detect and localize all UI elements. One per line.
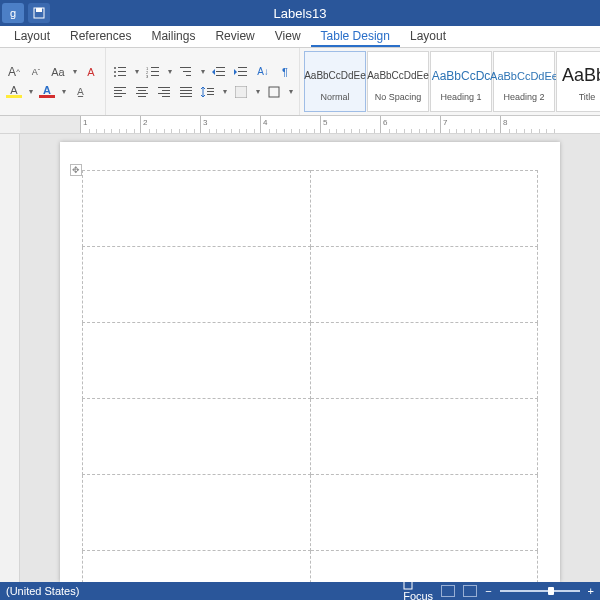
decrease-indent-icon[interactable] [211, 64, 227, 80]
bullets-icon[interactable] [112, 64, 128, 80]
horizontal-ruler[interactable]: 12345678 [0, 116, 600, 134]
svg-rect-39 [207, 88, 214, 89]
tab-table-design[interactable]: Table Design [311, 26, 400, 47]
document-title: Labels13 [274, 6, 327, 21]
title-bar: g Labels13 [0, 0, 600, 26]
align-center-icon[interactable] [134, 84, 150, 100]
svg-rect-41 [207, 94, 214, 95]
table-move-handle-icon[interactable]: ✥ [70, 164, 82, 176]
style-preview: AaBbCcDdEe [367, 62, 429, 90]
text-highlight-icon[interactable]: A [6, 85, 22, 98]
borders-icon[interactable] [266, 84, 282, 100]
document-canvas: ✥ [0, 134, 600, 582]
ruler-number: 4 [263, 118, 267, 127]
label-cell[interactable] [310, 399, 538, 475]
svg-rect-22 [238, 75, 247, 76]
align-left-icon[interactable] [112, 84, 128, 100]
line-spacing-icon[interactable] [200, 84, 216, 100]
ruler-number: 6 [383, 118, 387, 127]
shrink-font-icon[interactable]: Aˇ [28, 64, 44, 80]
label-cell[interactable] [310, 171, 538, 247]
sort-icon[interactable]: A↓ [255, 64, 271, 80]
svg-point-2 [114, 67, 116, 69]
tab-mailings[interactable]: Mailings [141, 26, 205, 47]
status-bar: (United States) Focus − + [0, 582, 600, 600]
align-right-icon[interactable] [156, 84, 172, 100]
label-cell[interactable] [310, 323, 538, 399]
paragraph-group: ▾ 123 ▾ ▾ A↓ ¶ ▾ ▾ ▾ [106, 48, 300, 115]
chevron-down-icon: ▾ [256, 87, 260, 96]
label-cell[interactable] [310, 551, 538, 583]
table-row [83, 551, 538, 583]
style-heading-1[interactable]: AaBbCcDcHeading 1 [430, 51, 492, 112]
chevron-down-icon: ▾ [62, 87, 66, 96]
table-row [83, 171, 538, 247]
tab-review[interactable]: Review [205, 26, 264, 47]
increase-indent-icon[interactable] [233, 64, 249, 80]
svg-rect-43 [269, 87, 279, 97]
ribbon-tabs: Layout References Mailings Review View T… [0, 26, 600, 48]
vertical-ruler[interactable] [0, 134, 20, 582]
tab-view[interactable]: View [265, 26, 311, 47]
pilcrow-icon[interactable]: ¶ [277, 64, 293, 80]
focus-mode-button[interactable]: Focus [403, 580, 433, 600]
label-table[interactable] [82, 170, 538, 582]
svg-rect-36 [180, 90, 192, 91]
svg-rect-21 [238, 71, 247, 72]
zoom-slider[interactable] [500, 590, 580, 592]
chevron-down-icon: ▾ [201, 67, 205, 76]
svg-text:3: 3 [146, 74, 149, 78]
numbering-icon[interactable]: 123 [145, 64, 161, 80]
svg-rect-20 [238, 67, 247, 68]
font-color-icon[interactable]: A [39, 85, 55, 98]
status-language[interactable]: (United States) [6, 585, 79, 597]
character-border-icon[interactable]: A̲ [72, 84, 88, 100]
web-layout-view-icon[interactable] [463, 585, 477, 597]
grow-font-icon[interactable]: A^ [6, 64, 22, 80]
chevron-down-icon: ▾ [135, 67, 139, 76]
label-cell[interactable] [83, 399, 311, 475]
svg-point-6 [114, 75, 116, 77]
style-label: Title [579, 92, 596, 102]
style-title[interactable]: AaBb(Title [556, 51, 600, 112]
ruler-number: 7 [443, 118, 447, 127]
ruler-number: 1 [83, 118, 87, 127]
clear-formatting-icon[interactable]: A [83, 64, 99, 80]
tab-table-layout[interactable]: Layout [400, 26, 456, 47]
style-preview: AaBbCcDdEe [304, 62, 366, 90]
chevron-down-icon: ▾ [29, 87, 33, 96]
page[interactable]: ✥ [60, 142, 560, 582]
save-button[interactable] [28, 3, 50, 23]
shading-icon[interactable] [233, 84, 249, 100]
zoom-in-button[interactable]: + [588, 585, 594, 597]
svg-rect-40 [207, 91, 214, 92]
label-cell[interactable] [310, 475, 538, 551]
svg-rect-1 [36, 8, 42, 12]
print-layout-view-icon[interactable] [441, 585, 455, 597]
multilevel-list-icon[interactable] [178, 64, 194, 80]
label-cell[interactable] [83, 551, 311, 583]
tab-layout[interactable]: Layout [4, 26, 60, 47]
label-cell[interactable] [83, 323, 311, 399]
zoom-out-button[interactable]: − [485, 585, 491, 597]
svg-rect-5 [118, 71, 126, 72]
label-cell[interactable] [83, 475, 311, 551]
tab-references[interactable]: References [60, 26, 141, 47]
autosave-toggle[interactable]: g [2, 3, 24, 23]
label-cell[interactable] [83, 171, 311, 247]
font-group: A^ Aˇ Aa▾ A A▾ A▾ A̲ [0, 48, 106, 115]
label-cell[interactable] [83, 247, 311, 323]
svg-rect-32 [162, 90, 170, 91]
style-no-spacing[interactable]: AaBbCcDdEeNo Spacing [367, 51, 429, 112]
style-normal[interactable]: AaBbCcDdEeNormal [304, 51, 366, 112]
style-label: No Spacing [375, 92, 422, 102]
change-case-icon[interactable]: Aa [50, 64, 66, 80]
style-heading-2[interactable]: AaBbCcDdEeHeading 2 [493, 51, 555, 112]
justify-icon[interactable] [178, 84, 194, 100]
svg-rect-11 [151, 71, 159, 72]
style-preview: AaBb( [562, 62, 600, 90]
svg-rect-33 [158, 93, 170, 94]
label-cell[interactable] [310, 247, 538, 323]
style-preview: AaBbCcDdEe [490, 62, 558, 90]
table-row [83, 247, 538, 323]
